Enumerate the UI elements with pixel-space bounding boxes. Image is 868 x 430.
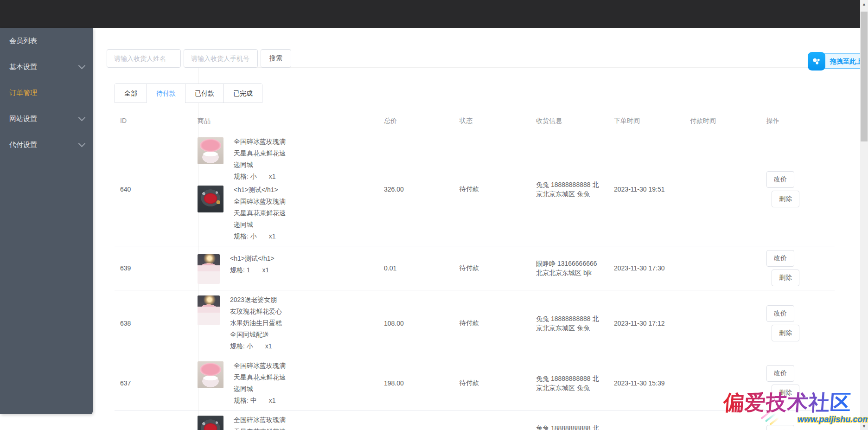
shipping-info: 兔兔 18888888888 北 [536, 424, 614, 430]
shipping-info: 兔兔 18888888888 北京北京东城区 兔兔 [536, 180, 614, 199]
product-item: <h1>测试</h1>全国碎冰蓝玫瑰满天星真花束鲜花速递同城规格: 小x1 [198, 184, 384, 242]
order-time: 2023-11-30 15:39 [614, 379, 690, 387]
chevron-down-icon [78, 140, 86, 147]
sidebar: 会员列表 基本设置 订单管理 网站设置 代付设置 [0, 28, 93, 414]
scroll-up-arrow-icon[interactable]: ▲ [860, 0, 868, 8]
table-row: 639 <h1>测试</h1>规格: 1x1 0.01 待付款 眼睁睁 1316… [115, 246, 835, 290]
product-image [198, 137, 223, 164]
order-id: 640 [115, 186, 198, 193]
order-status-tabs: 全部待付款已付款已完成 [115, 83, 262, 103]
sidebar-item[interactable]: 代付设置 [0, 132, 93, 158]
scrollbar-thumb[interactable] [861, 12, 868, 141]
column-header: 状态 [460, 117, 536, 125]
delete-button[interactable]: 删除 [772, 385, 799, 401]
tab[interactable]: 待付款 [147, 84, 185, 103]
column-header: 下单时间 [614, 117, 690, 125]
row-actions: 改价 删除 [766, 425, 835, 430]
order-status: 待付款 [460, 185, 536, 193]
product-image [198, 254, 220, 284]
row-actions: 改价 删除 [766, 250, 835, 286]
product-cell: <h1>测试</h1>规格: 1x1 [198, 253, 384, 284]
order-total: 108.00 [384, 320, 460, 327]
order-status: 待付款 [460, 264, 536, 272]
product-cell: 全国碎冰蓝玫瑰满天星真花束鲜花速递同城规格: 小x1 <h1>测试</h1>全国… [198, 136, 384, 242]
product-text: 全国碎冰蓝玫瑰满天星真花束鲜花速递同城规格: 中x1 [234, 360, 293, 406]
product-text: <h1>测试</h1>规格: 1x1 [230, 253, 289, 276]
column-header: 总价 [384, 117, 460, 125]
vertical-scrollbar[interactable]: ▲ ▼ [860, 0, 868, 430]
table-row: 640 全国碎冰蓝玫瑰满天星真花束鲜花速递同城规格: 小x1 <h1>测试</h… [115, 132, 835, 246]
order-time: 2023-11-30 17:30 [614, 264, 690, 272]
delete-button[interactable]: 删除 [772, 191, 799, 207]
order-id: 637 [115, 379, 198, 387]
sidebar-item[interactable]: 会员列表 [0, 28, 93, 54]
table-row: 638 2023送老婆女朋友玫瑰花鲜花爱心水果奶油生日蛋糕全国同城配送规格: 小… [115, 290, 835, 356]
product-cell: 全国碎冰蓝玫瑰满天星真花束鲜花速 [198, 414, 384, 430]
header-divider [199, 67, 868, 68]
column-header: 收货信息 [536, 117, 614, 125]
table-body: 640 全国碎冰蓝玫瑰满天星真花束鲜花速递同城规格: 小x1 <h1>测试</h… [115, 132, 835, 430]
table-row: 全国碎冰蓝玫瑰满天星真花束鲜花速 兔兔 18888888888 北 改价 删除 [115, 411, 835, 430]
order-time: 2023-11-30 17:12 [614, 320, 690, 327]
receiver-name-input[interactable] [107, 49, 181, 68]
product-item: 全国碎冰蓝玫瑰满天星真花束鲜花速递同城规格: 小x1 [198, 136, 384, 182]
order-total: 326.00 [384, 186, 460, 193]
row-actions: 改价 删除 [766, 365, 835, 401]
order-id: 639 [115, 264, 198, 272]
row-actions: 改价 删除 [766, 305, 835, 341]
order-status: 待付款 [460, 319, 536, 327]
drag-upload-widget[interactable]: 拖拽至此上传 [808, 52, 825, 71]
product-image [198, 416, 223, 430]
receiver-phone-input[interactable] [184, 49, 258, 68]
sidebar-item-label: 代付设置 [9, 141, 37, 149]
top-bar [0, 0, 860, 28]
shipping-info: 眼睁睁 13166666666北京北京东城区 bjk [536, 259, 614, 277]
tab[interactable]: 全部 [115, 84, 147, 103]
row-actions: 改价 删除 [766, 171, 835, 207]
table-row: 637 全国碎冰蓝玫瑰满天星真花束鲜花速递同城规格: 中x1 198.00 待付… [115, 356, 835, 411]
product-text: <h1>测试</h1>全国碎冰蓝玫瑰满天星真花束鲜花速递同城规格: 小x1 [234, 184, 293, 242]
product-text: 全国碎冰蓝玫瑰满天星真花束鲜花速 [234, 414, 293, 430]
product-item: 2023送老婆女朋友玫瑰花鲜花爱心水果奶油生日蛋糕全国同城配送规格: 小x1 [198, 294, 384, 352]
scroll-down-arrow-icon[interactable]: ▼ [860, 422, 868, 430]
order-time: 2023-11-30 19:51 [614, 186, 690, 193]
order-total: 0.01 [384, 264, 460, 272]
search-bar: 搜索 [107, 49, 291, 68]
column-header: 操作 [766, 117, 835, 125]
tab[interactable]: 已付款 [185, 84, 223, 103]
edit-price-button[interactable]: 改价 [766, 425, 794, 430]
sidebar-item[interactable]: 基本设置 [0, 54, 93, 80]
delete-button[interactable]: 删除 [772, 325, 799, 341]
sidebar-item-label: 会员列表 [9, 37, 37, 45]
product-text: 2023送老婆女朋友玫瑰花鲜花爱心水果奶油生日蛋糕全国同城配送规格: 小x1 [230, 294, 289, 352]
column-header: 商品 [198, 117, 384, 125]
shipping-info: 兔兔 18888888888 北京北京东城区 兔兔 [536, 314, 614, 333]
product-item: 全国碎冰蓝玫瑰满天星真花束鲜花速递同城规格: 中x1 [198, 360, 384, 406]
order-status: 待付款 [460, 379, 536, 387]
sidebar-item-label: 订单管理 [9, 89, 37, 97]
edit-price-button[interactable]: 改价 [766, 171, 794, 188]
edit-price-button[interactable]: 改价 [766, 250, 794, 267]
edit-price-button[interactable]: 改价 [766, 305, 794, 322]
table-header: ID商品总价状态收货信息下单时间付款时间操作 [115, 111, 835, 132]
column-header: ID [115, 117, 198, 125]
order-total: 198.00 [384, 379, 460, 387]
product-item: 全国碎冰蓝玫瑰满天星真花束鲜花速 [198, 414, 384, 430]
product-image [198, 186, 223, 212]
tab[interactable]: 已完成 [223, 84, 262, 103]
search-button[interactable]: 搜索 [261, 49, 291, 68]
orders-table: ID商品总价状态收货信息下单时间付款时间操作 640 全国碎冰蓝玫瑰满天星真花束… [115, 111, 835, 430]
delete-button[interactable]: 删除 [772, 270, 799, 286]
edit-price-button[interactable]: 改价 [766, 365, 794, 382]
sidebar-item-label: 基本设置 [9, 63, 37, 71]
product-item: <h1>测试</h1>规格: 1x1 [198, 253, 384, 284]
product-cell: 全国碎冰蓝玫瑰满天星真花束鲜花速递同城规格: 中x1 [198, 360, 384, 406]
sidebar-item[interactable]: 网站设置 [0, 106, 93, 132]
product-image [198, 361, 223, 388]
sidebar-item[interactable]: 订单管理 [0, 80, 93, 106]
shipping-info: 兔兔 18888888888 北京北京东城区 兔兔 [536, 374, 614, 392]
product-text: 全国碎冰蓝玫瑰满天星真花束鲜花速递同城规格: 小x1 [234, 136, 293, 182]
column-header: 付款时间 [690, 117, 766, 125]
product-cell: 2023送老婆女朋友玫瑰花鲜花爱心水果奶油生日蛋糕全国同城配送规格: 小x1 [198, 294, 384, 352]
chevron-down-icon [78, 114, 86, 121]
